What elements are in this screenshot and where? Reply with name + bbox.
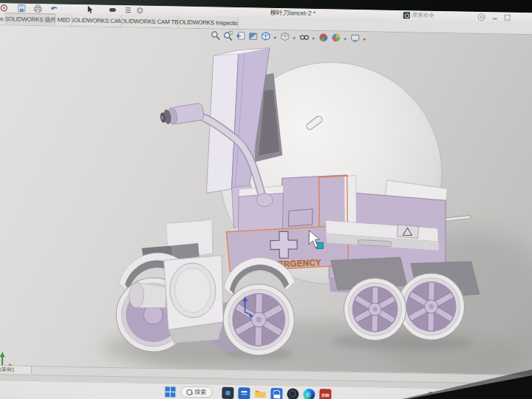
microsoft-store-icon[interactable] xyxy=(270,388,282,399)
previous-view-icon[interactable] xyxy=(236,31,245,41)
search-icon xyxy=(186,389,192,395)
apply-scene-icon[interactable] xyxy=(331,33,341,42)
file-explorer-icon[interactable] xyxy=(254,388,266,399)
widgets-icon[interactable] xyxy=(222,387,233,399)
mail-app-icon[interactable] xyxy=(238,387,250,399)
chevron-down-icon[interactable] xyxy=(293,37,296,39)
chevron-down-icon[interactable] xyxy=(344,38,347,41)
taskbar-search-label: 搜索 xyxy=(194,388,206,396)
camera-head[interactable] xyxy=(159,103,204,126)
wheel-rear-far[interactable] xyxy=(398,273,466,341)
network-icon[interactable] xyxy=(439,390,445,396)
hide-show-items-icon[interactable] xyxy=(299,33,309,42)
view-orientation-icon[interactable] xyxy=(261,32,270,41)
battery-icon[interactable] xyxy=(463,391,468,397)
taskbar-search[interactable]: 搜索 xyxy=(180,386,212,398)
edge-browser-icon[interactable] xyxy=(303,389,315,399)
solidworks-app-icon[interactable]: SW xyxy=(319,389,331,399)
rear-rod[interactable] xyxy=(444,216,469,220)
motion-study-tab[interactable]: 运动算例1 xyxy=(0,366,32,374)
warning-decal xyxy=(397,225,418,239)
system-tray xyxy=(427,390,468,397)
viewport[interactable]: EMERGENCY xyxy=(0,25,532,375)
view-settings-icon[interactable] xyxy=(350,33,360,43)
chevron-down-icon[interactable] xyxy=(363,38,366,41)
chevron-up-icon[interactable] xyxy=(427,390,433,396)
chevron-down-icon[interactable] xyxy=(312,38,315,40)
zoom-to-fit-icon[interactable] xyxy=(211,30,220,40)
rover-model[interactable]: EMERGENCY xyxy=(0,43,532,399)
solidworks-glyph: SW xyxy=(321,392,330,398)
model-canvas: EMERGENCY xyxy=(0,3,532,399)
chevron-down-icon[interactable] xyxy=(273,37,276,39)
wheel-rear-near[interactable] xyxy=(344,278,407,341)
section-view-icon[interactable] xyxy=(248,31,258,41)
photos-app-icon[interactable] xyxy=(287,388,299,399)
volume-icon[interactable] xyxy=(451,390,457,396)
start-button-icon[interactable] xyxy=(164,386,176,398)
edit-appearance-icon[interactable] xyxy=(318,33,328,42)
display-style-icon[interactable] xyxy=(280,32,290,41)
monitor-screen: 柳叶刀lancet-2 * 搜索命令 ions SOLIDWORKS 插件 MB… xyxy=(0,3,532,399)
zoom-to-area-icon[interactable] xyxy=(223,31,233,41)
wheel-mid[interactable] xyxy=(222,284,295,356)
